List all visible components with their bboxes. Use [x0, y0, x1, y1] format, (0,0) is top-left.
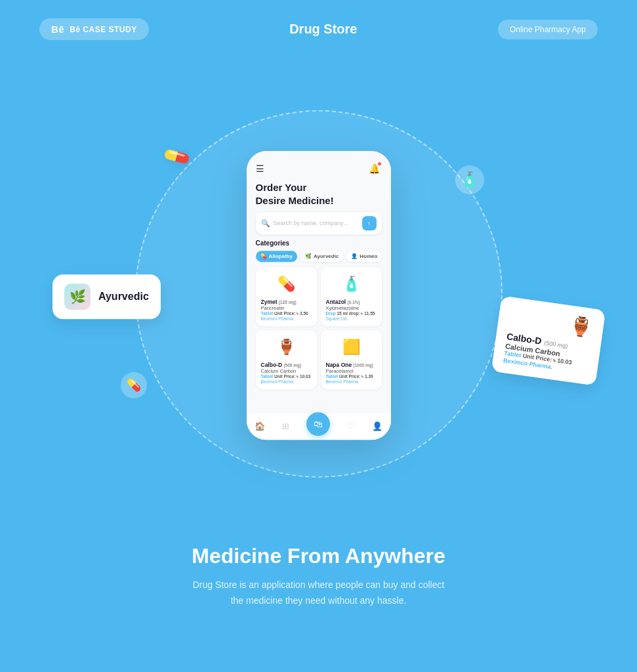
nav-home-icon[interactable]: 🏠	[255, 421, 265, 431]
pharmacy-badge[interactable]: Online Pharmacy App	[498, 20, 598, 39]
nav-cart-button[interactable]: 🛍	[306, 412, 330, 436]
behance-label: Bē CASE STUDY	[70, 25, 137, 34]
antazol-type: Drop 15 ml drop: ৳ 11.55	[326, 311, 377, 316]
category-allopathy[interactable]: 💊 Allopathy	[256, 251, 297, 262]
bottom-subtext: Drug Store is an application where peopl…	[66, 578, 571, 609]
category-homeo[interactable]: 👤 Homeo	[346, 251, 382, 262]
antazol-image: 🧴	[326, 272, 377, 296]
product-card-calbo[interactable]: 🏺 Calbo-D (500 mg) Calcium Carbon Tablet…	[256, 330, 317, 389]
zymet-company: Beximco Pharma.	[261, 316, 312, 321]
napa-image: 🟨	[326, 335, 377, 359]
categories-label: Categories	[256, 240, 382, 247]
antazol-name: Antazol (0.1%)	[326, 299, 377, 305]
nav-grid-icon[interactable]: ⊞	[282, 421, 289, 431]
categories-row: 💊 Allopathy 🌿 Ayurvedic 👤 Homeo	[256, 251, 382, 262]
hamburger-icon[interactable]: ☰	[256, 164, 264, 173]
bell-icon[interactable]	[367, 161, 382, 176]
product-card-zymet[interactable]: 💊 Zymet (125 mg) Pancreatin Tablet Unit …	[256, 267, 317, 326]
nav-heart-icon[interactable]: ♡	[347, 421, 355, 431]
zymet-name: Zymet (125 mg)	[261, 299, 312, 305]
antazol-company: Square Ltd.	[326, 316, 377, 321]
phone-screen: ☰ Order Your Desire Medicine! 🔍 Search b…	[247, 151, 391, 440]
zymet-generic: Pancreatin	[261, 305, 312, 311]
napa-generic: Paracetamol	[326, 368, 377, 374]
phone-top-bar: ☰	[256, 159, 382, 181]
ayurvedic-label: Ayurvedic	[314, 253, 339, 259]
zymet-image: 💊	[261, 272, 312, 296]
main-scene: 💊 🧴 💊 🌿 Ayurvedic ☰ Order Your De	[0, 58, 637, 544]
ayurvedic-card-label: Ayurvedic	[98, 291, 149, 303]
cart-icon: 🛍	[314, 419, 323, 429]
napa-type: Tablet Unit Price: ৳ 1.39	[326, 374, 377, 379]
napa-name: Napa One (1000 mg)	[326, 362, 377, 368]
zymet-type: Tablet Unit Price: ৳ 3.50	[261, 311, 312, 316]
calbo-company: Beximco Pharma.	[261, 379, 312, 384]
allopathy-icon: 💊	[260, 253, 267, 259]
phone-heading: Order Your Desire Medicine!	[256, 181, 382, 207]
napa-company: Beximco Pharma.	[326, 379, 377, 384]
header-title: Drug Store	[289, 22, 357, 37]
phone-bottom-nav: 🏠 ⊞ 🛍 ♡ 👤	[247, 412, 391, 440]
antazol-generic: Xylometazoline	[326, 305, 377, 311]
calbo-floating-card: 🏺 Calbo-D (500 mg) Calcium Carbon Tablet…	[491, 296, 606, 386]
search-icon: 🔍	[261, 219, 270, 228]
header: Bē Bē CASE STUDY Drug Store Online Pharm…	[0, 0, 637, 58]
homeo-icon: 👤	[351, 253, 358, 259]
product-card-antazol[interactable]: 🧴 Antazol (0.1%) Xylometazoline Drop 15 …	[321, 267, 382, 326]
floating-bottle-icon: 🧴	[455, 165, 484, 194]
allopathy-label: Allopathy	[269, 253, 293, 259]
bottom-heading: Medicine From Anywhere	[66, 544, 571, 568]
ayurvedic-icon: 🌿	[305, 253, 312, 259]
search-action-button[interactable]: ↑	[362, 216, 377, 230]
behance-badge[interactable]: Bē Bē CASE STUDY	[39, 18, 149, 40]
product-card-napa[interactable]: 🟨 Napa One (1000 mg) Paracetamol Tablet …	[321, 330, 382, 389]
notification-dot	[377, 161, 382, 166]
phone-screen-container: ☰ Order Your Desire Medicine! 🔍 Search b…	[247, 151, 391, 440]
calbo-generic: Calcium Carbon	[261, 368, 312, 374]
calbo-name: Calbo-D (500 mg)	[261, 362, 312, 368]
products-grid: 💊 Zymet (125 mg) Pancreatin Tablet Unit …	[256, 267, 382, 389]
homeo-label: Homeo	[360, 253, 377, 259]
bottom-section: Medicine From Anywhere Drug Store is an …	[0, 544, 637, 609]
ayurvedic-card-icon: 🌿	[64, 284, 91, 310]
calbo-image: 🏺	[261, 335, 312, 359]
behance-icon: Bē	[51, 24, 64, 35]
category-ayurvedic[interactable]: 🌿 Ayurvedic	[300, 251, 343, 262]
floating-pills-small-icon: 💊	[121, 372, 147, 398]
search-bar[interactable]: 🔍 Search by name, company... ↑	[256, 212, 382, 234]
ayurvedic-card: 🌿 Ayurvedic	[52, 274, 161, 319]
calbo-type: Tablet Unit Price: ৳ 10.03	[261, 374, 312, 379]
phone-mockup: ☰ Order Your Desire Medicine! 🔍 Search b…	[247, 151, 391, 440]
nav-profile-icon[interactable]: 👤	[372, 421, 382, 431]
search-placeholder: Search by name, company...	[274, 220, 362, 226]
